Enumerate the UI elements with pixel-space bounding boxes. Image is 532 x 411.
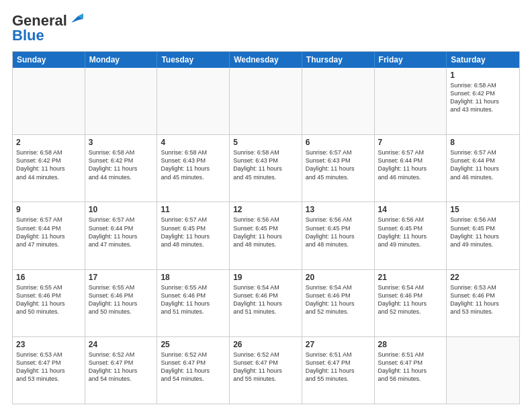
empty-cell bbox=[85, 68, 158, 134]
day-number: 7 bbox=[378, 138, 443, 147]
cell-info: Sunrise: 6:54 AM Sunset: 6:46 PM Dayligh… bbox=[233, 283, 298, 316]
day-number: 28 bbox=[378, 340, 443, 349]
day-number: 5 bbox=[233, 138, 298, 147]
day-number: 8 bbox=[450, 138, 516, 147]
day-number: 23 bbox=[16, 340, 81, 349]
day-number: 17 bbox=[89, 273, 154, 282]
day-cell-23: 23Sunrise: 6:53 AM Sunset: 6:47 PM Dayli… bbox=[13, 337, 85, 404]
cell-info: Sunrise: 6:53 AM Sunset: 6:46 PM Dayligh… bbox=[450, 283, 516, 316]
day-header-tuesday: Tuesday bbox=[157, 52, 230, 68]
day-cell-9: 9Sunrise: 6:57 AM Sunset: 6:44 PM Daylig… bbox=[13, 202, 85, 269]
day-number: 18 bbox=[161, 273, 226, 282]
day-header-wednesday: Wednesday bbox=[230, 52, 302, 68]
cell-info: Sunrise: 6:57 AM Sunset: 6:43 PM Dayligh… bbox=[306, 148, 371, 181]
cell-info: Sunrise: 6:53 AM Sunset: 6:47 PM Dayligh… bbox=[16, 351, 81, 383]
day-cell-12: 12Sunrise: 6:56 AM Sunset: 6:45 PM Dayli… bbox=[230, 202, 302, 269]
day-number: 9 bbox=[16, 205, 81, 214]
cell-info: Sunrise: 6:51 AM Sunset: 6:47 PM Dayligh… bbox=[378, 351, 443, 383]
day-number: 2 bbox=[16, 138, 81, 147]
day-cell-25: 25Sunrise: 6:52 AM Sunset: 6:47 PM Dayli… bbox=[157, 337, 230, 404]
day-number: 21 bbox=[378, 273, 443, 282]
day-cell-3: 3Sunrise: 6:58 AM Sunset: 6:42 PM Daylig… bbox=[85, 135, 158, 201]
empty-cell bbox=[375, 68, 447, 134]
day-number: 25 bbox=[161, 340, 226, 349]
empty-cell bbox=[230, 68, 302, 134]
day-number: 16 bbox=[16, 273, 81, 282]
cell-info: Sunrise: 6:57 AM Sunset: 6:45 PM Dayligh… bbox=[161, 216, 226, 248]
cell-info: Sunrise: 6:56 AM Sunset: 6:45 PM Dayligh… bbox=[450, 216, 516, 248]
day-number: 27 bbox=[306, 340, 371, 349]
day-header-thursday: Thursday bbox=[302, 52, 375, 68]
day-number: 24 bbox=[89, 340, 154, 349]
calendar: SundayMondayTuesdayWednesdayThursdayFrid… bbox=[12, 51, 520, 404]
day-cell-13: 13Sunrise: 6:56 AM Sunset: 6:45 PM Dayli… bbox=[302, 202, 375, 269]
cell-info: Sunrise: 6:54 AM Sunset: 6:46 PM Dayligh… bbox=[306, 283, 371, 316]
day-number: 26 bbox=[233, 340, 298, 349]
day-cell-11: 11Sunrise: 6:57 AM Sunset: 6:45 PM Dayli… bbox=[157, 202, 230, 269]
cell-info: Sunrise: 6:57 AM Sunset: 6:44 PM Dayligh… bbox=[450, 148, 516, 181]
day-header-sunday: Sunday bbox=[13, 52, 85, 68]
empty-cell bbox=[302, 68, 375, 134]
day-number: 12 bbox=[233, 205, 298, 214]
cell-info: Sunrise: 6:55 AM Sunset: 6:46 PM Dayligh… bbox=[16, 283, 81, 316]
week-row-3: 16Sunrise: 6:55 AM Sunset: 6:46 PM Dayli… bbox=[13, 269, 519, 336]
cell-info: Sunrise: 6:51 AM Sunset: 6:47 PM Dayligh… bbox=[306, 351, 371, 383]
day-cell-7: 7Sunrise: 6:57 AM Sunset: 6:44 PM Daylig… bbox=[375, 135, 447, 201]
day-cell-4: 4Sunrise: 6:58 AM Sunset: 6:43 PM Daylig… bbox=[157, 135, 230, 201]
cell-info: Sunrise: 6:58 AM Sunset: 6:43 PM Dayligh… bbox=[161, 148, 226, 181]
day-cell-1: 1Sunrise: 6:58 AM Sunset: 6:42 PM Daylig… bbox=[447, 68, 519, 134]
page: General Blue SundayMondayTuesdayWednesda… bbox=[0, 0, 532, 411]
day-number: 14 bbox=[378, 205, 443, 214]
cell-info: Sunrise: 6:58 AM Sunset: 6:42 PM Dayligh… bbox=[16, 148, 81, 181]
day-number: 6 bbox=[306, 138, 371, 147]
day-cell-21: 21Sunrise: 6:54 AM Sunset: 6:46 PM Dayli… bbox=[375, 270, 447, 336]
day-header-friday: Friday bbox=[375, 52, 447, 68]
cell-info: Sunrise: 6:56 AM Sunset: 6:45 PM Dayligh… bbox=[233, 216, 298, 248]
day-cell-2: 2Sunrise: 6:58 AM Sunset: 6:42 PM Daylig… bbox=[13, 135, 85, 201]
day-cell-14: 14Sunrise: 6:56 AM Sunset: 6:45 PM Dayli… bbox=[375, 202, 447, 269]
empty-cell bbox=[447, 337, 519, 404]
day-number: 10 bbox=[89, 205, 154, 214]
day-cell-24: 24Sunrise: 6:52 AM Sunset: 6:47 PM Dayli… bbox=[85, 337, 158, 404]
day-cell-5: 5Sunrise: 6:58 AM Sunset: 6:43 PM Daylig… bbox=[230, 135, 302, 201]
cell-info: Sunrise: 6:52 AM Sunset: 6:47 PM Dayligh… bbox=[233, 351, 298, 383]
logo-blue: Blue bbox=[12, 27, 44, 44]
cell-info: Sunrise: 6:52 AM Sunset: 6:47 PM Dayligh… bbox=[89, 351, 154, 383]
cell-info: Sunrise: 6:57 AM Sunset: 6:44 PM Dayligh… bbox=[378, 148, 443, 181]
cell-info: Sunrise: 6:57 AM Sunset: 6:44 PM Dayligh… bbox=[16, 216, 81, 248]
cell-info: Sunrise: 6:55 AM Sunset: 6:46 PM Dayligh… bbox=[89, 283, 154, 316]
cell-info: Sunrise: 6:52 AM Sunset: 6:47 PM Dayligh… bbox=[161, 351, 226, 383]
day-number: 11 bbox=[161, 205, 226, 214]
header: General Blue bbox=[12, 12, 520, 44]
day-cell-10: 10Sunrise: 6:57 AM Sunset: 6:44 PM Dayli… bbox=[85, 202, 158, 269]
cell-info: Sunrise: 6:58 AM Sunset: 6:42 PM Dayligh… bbox=[450, 81, 516, 114]
day-number: 19 bbox=[233, 273, 298, 282]
day-number: 4 bbox=[161, 138, 226, 147]
week-row-2: 9Sunrise: 6:57 AM Sunset: 6:44 PM Daylig… bbox=[13, 201, 519, 269]
cell-info: Sunrise: 6:56 AM Sunset: 6:45 PM Dayligh… bbox=[378, 216, 443, 248]
day-cell-26: 26Sunrise: 6:52 AM Sunset: 6:47 PM Dayli… bbox=[230, 337, 302, 404]
day-headers: SundayMondayTuesdayWednesdayThursdayFrid… bbox=[13, 52, 519, 68]
empty-cell bbox=[157, 68, 230, 134]
day-cell-6: 6Sunrise: 6:57 AM Sunset: 6:43 PM Daylig… bbox=[302, 135, 375, 201]
day-cell-19: 19Sunrise: 6:54 AM Sunset: 6:46 PM Dayli… bbox=[230, 270, 302, 336]
logo-bird-icon bbox=[69, 13, 83, 26]
logo: General Blue bbox=[12, 12, 83, 44]
day-header-saturday: Saturday bbox=[447, 52, 519, 68]
day-cell-28: 28Sunrise: 6:51 AM Sunset: 6:47 PM Dayli… bbox=[375, 337, 447, 404]
day-number: 22 bbox=[450, 273, 516, 282]
week-row-1: 2Sunrise: 6:58 AM Sunset: 6:42 PM Daylig… bbox=[13, 134, 519, 201]
cell-info: Sunrise: 6:54 AM Sunset: 6:46 PM Dayligh… bbox=[378, 283, 443, 316]
day-header-monday: Monday bbox=[85, 52, 158, 68]
day-cell-16: 16Sunrise: 6:55 AM Sunset: 6:46 PM Dayli… bbox=[13, 270, 85, 336]
day-cell-27: 27Sunrise: 6:51 AM Sunset: 6:47 PM Dayli… bbox=[302, 337, 375, 404]
empty-cell bbox=[13, 68, 85, 134]
day-number: 13 bbox=[306, 205, 371, 214]
cell-info: Sunrise: 6:55 AM Sunset: 6:46 PM Dayligh… bbox=[161, 283, 226, 316]
week-row-4: 23Sunrise: 6:53 AM Sunset: 6:47 PM Dayli… bbox=[13, 336, 519, 404]
cell-info: Sunrise: 6:58 AM Sunset: 6:42 PM Dayligh… bbox=[89, 148, 154, 181]
day-cell-17: 17Sunrise: 6:55 AM Sunset: 6:46 PM Dayli… bbox=[85, 270, 158, 336]
week-row-0: 1Sunrise: 6:58 AM Sunset: 6:42 PM Daylig… bbox=[13, 68, 519, 134]
day-cell-15: 15Sunrise: 6:56 AM Sunset: 6:45 PM Dayli… bbox=[447, 202, 519, 269]
day-number: 1 bbox=[450, 71, 516, 80]
